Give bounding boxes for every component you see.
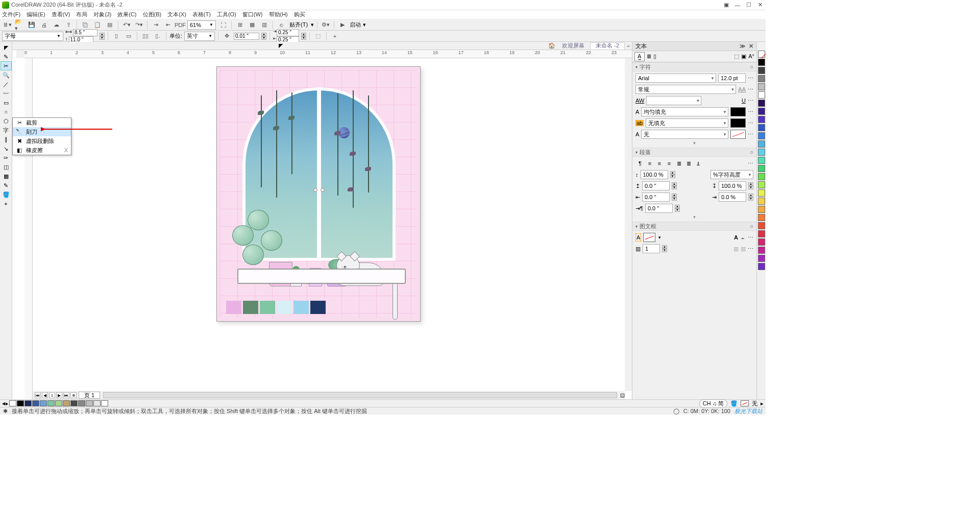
- ruler-vertical[interactable]: [24, 58, 33, 399]
- minimize-button[interactable]: —: [734, 2, 741, 9]
- dropcap-icon[interactable]: A: [734, 234, 738, 240]
- palette-swatch[interactable]: [758, 238, 765, 246]
- palette-swatch[interactable]: [758, 189, 765, 197]
- palette-swatch[interactable]: [758, 157, 765, 164]
- pdf-button[interactable]: PDF: [175, 20, 185, 30]
- menu-text[interactable]: 文本(X): [167, 11, 186, 18]
- docker-collapse-icon[interactable]: ≫: [740, 43, 746, 50]
- linespacing-input[interactable]: 100.0 %: [641, 170, 668, 179]
- portrait-button[interactable]: ▯: [111, 32, 121, 41]
- first-page-button[interactable]: ⏮: [35, 392, 41, 398]
- cols-opts-icon[interactable]: ⋯: [748, 246, 753, 252]
- rtl-icon[interactable]: ¶: [635, 159, 645, 168]
- palette-swatch[interactable]: [758, 165, 765, 172]
- flyout-crop[interactable]: ✂ 裁剪: [13, 118, 71, 127]
- bgfill-combo[interactable]: 无填充▼: [646, 118, 728, 128]
- add-page-button[interactable]: ⊕: [70, 392, 77, 398]
- menu-view[interactable]: 查看(V): [52, 11, 70, 18]
- underline-icon[interactable]: U: [742, 98, 746, 104]
- menu-help[interactable]: 帮助(H): [269, 11, 288, 18]
- palette-swatch[interactable]: [758, 116, 765, 123]
- palette-swatch[interactable]: [758, 222, 765, 229]
- para-tab-icon[interactable]: ≣: [647, 53, 651, 60]
- fontsize-opts-icon[interactable]: ⋯: [748, 75, 753, 82]
- freehand-tool[interactable]: ／: [1, 80, 12, 89]
- menu-edit[interactable]: 编辑(E): [27, 11, 45, 18]
- palette-swatch[interactable]: [758, 230, 765, 237]
- nav-icon[interactable]: ⊡: [620, 392, 625, 399]
- menu-tools[interactable]: 工具(O): [217, 11, 236, 18]
- shadow-tool[interactable]: ◫: [1, 162, 12, 172]
- bg-color-well[interactable]: [730, 118, 746, 128]
- columns-input[interactable]: 1: [643, 244, 660, 253]
- fontweight-combo[interactable]: 常规▼: [635, 85, 736, 94]
- palette-swatch[interactable]: [32, 400, 39, 406]
- nudge-input[interactable]: [234, 33, 259, 40]
- before-input[interactable]: 0.0 '': [642, 181, 670, 190]
- fontsize-input[interactable]: 12.0 pt: [718, 74, 746, 83]
- fill-tool[interactable]: 🪣: [1, 190, 12, 199]
- paste-button[interactable]: 📋: [92, 20, 103, 30]
- units-combo[interactable]: 英寸▼: [184, 32, 215, 41]
- palette-swatch[interactable]: [70, 400, 78, 406]
- menu-bitmap[interactable]: 位图(B): [143, 11, 162, 18]
- palette-swatch[interactable]: [758, 124, 765, 131]
- palette-menu-icon[interactable]: ▸: [6, 400, 9, 407]
- next-page-button[interactable]: ▶: [56, 392, 62, 398]
- rightindent-input[interactable]: 0.0 %: [719, 192, 746, 202]
- dropper-tool[interactable]: ✑: [1, 153, 12, 162]
- palette-swatch[interactable]: [758, 181, 765, 188]
- palette-swatch[interactable]: [758, 75, 765, 82]
- page-tab[interactable]: 页 1: [79, 392, 100, 399]
- fill-combo[interactable]: 均匀填充▼: [641, 107, 728, 116]
- palette-swatch[interactable]: [55, 400, 62, 406]
- close-button[interactable]: ✕: [756, 2, 764, 9]
- eyedropper-tool[interactable]: ✎: [1, 181, 12, 190]
- palette-swatch[interactable]: [758, 67, 765, 74]
- page-count[interactable]: 1: [49, 392, 55, 398]
- palette-swatch[interactable]: [758, 255, 765, 262]
- allcaps-icon[interactable]: AA: [738, 86, 746, 92]
- palette-swatch[interactable]: [758, 108, 765, 115]
- spin-up[interactable]: ▲: [100, 33, 105, 36]
- home-tab-icon[interactable]: 🏠: [547, 42, 556, 50]
- save-button[interactable]: 💾: [27, 20, 37, 30]
- export2-button[interactable]: ⇤: [163, 20, 173, 30]
- print-button[interactable]: 🖨: [39, 20, 49, 30]
- lang-indicator[interactable]: CH ♫ 简: [699, 399, 727, 408]
- bgfill-opts-icon[interactable]: ⋯: [748, 120, 753, 127]
- palette-swatch[interactable]: [47, 400, 55, 406]
- palette-opts-icon[interactable]: ▸: [761, 400, 764, 407]
- pick-tool[interactable]: ◤: [1, 43, 12, 52]
- undo-button[interactable]: ↶▾: [121, 20, 132, 30]
- shape-tool[interactable]: ✎: [1, 52, 12, 61]
- menu-table[interactable]: 表格(T): [192, 11, 211, 18]
- page-width-input[interactable]: [73, 29, 97, 36]
- frame-link-icon[interactable]: A: [635, 233, 641, 242]
- canvas-area[interactable]: ◤ 🏠 欢迎屏幕 未命名 -2 + 0123456789101112131415…: [12, 42, 632, 399]
- allpages-button[interactable]: ▯▯: [140, 32, 151, 41]
- after-input[interactable]: 100.0 %: [719, 181, 746, 190]
- palette-swatch[interactable]: [86, 400, 93, 406]
- landscape-button[interactable]: ▭: [124, 32, 134, 41]
- menu-file[interactable]: 文件(F): [2, 11, 20, 18]
- open-button[interactable]: 📂▾: [14, 20, 24, 30]
- options1-icon[interactable]: ⬚: [734, 53, 739, 60]
- palette-swatch[interactable]: [758, 198, 765, 205]
- expand-tool[interactable]: +: [1, 199, 12, 208]
- section-character[interactable]: ▾字符○: [632, 62, 756, 71]
- para-opts-icon[interactable]: ⋯: [748, 160, 753, 167]
- palette-swatch[interactable]: [758, 132, 765, 139]
- flyout-virtual-delete[interactable]: ✖ 虚拟段删除: [13, 136, 71, 146]
- fill-opts-icon[interactable]: ⋯: [748, 109, 753, 115]
- page[interactable]: ᵕ ᴥ ᵕ: [216, 66, 421, 322]
- palette-swatch[interactable]: [758, 140, 765, 148]
- options2-icon[interactable]: ▣: [741, 53, 746, 60]
- palette-swatch[interactable]: [758, 59, 765, 66]
- section-frame[interactable]: ▾图文框○: [632, 222, 756, 231]
- menu-window[interactable]: 窗口(W): [242, 11, 263, 18]
- align-justify-icon[interactable]: ≣: [674, 159, 683, 168]
- more-toggle[interactable]: ▼: [635, 141, 753, 146]
- last-page-button[interactable]: ⏭: [63, 392, 69, 398]
- menu-layout[interactable]: 布局: [76, 11, 87, 18]
